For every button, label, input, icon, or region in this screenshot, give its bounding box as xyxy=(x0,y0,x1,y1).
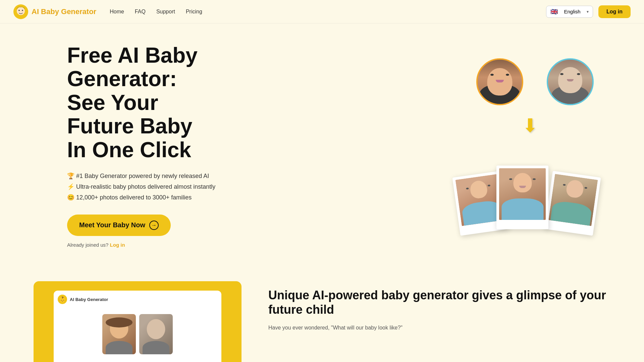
arrow-circle-icon: → xyxy=(149,221,159,230)
mom-face xyxy=(478,60,522,104)
flag-icon: 🇬🇧 xyxy=(550,8,558,15)
logo-link[interactable]: AI Baby Generator xyxy=(13,4,96,19)
login-hint: Already joined us? Log in xyxy=(67,242,215,248)
hero-illustration: ⬇ xyxy=(449,58,610,233)
navbar: AI Baby Generator Home FAQ Support Prici… xyxy=(0,0,644,23)
feature-3: 😊 12,000+ photos delivered to 3000+ fami… xyxy=(67,194,215,201)
bottom-right: Unique AI-powered baby generator gives a… xyxy=(268,281,610,332)
app-preview: 👶 AI Baby Generator xyxy=(34,281,241,362)
chevron-down-icon: ▾ xyxy=(587,9,589,14)
baby-photos xyxy=(449,132,610,233)
meet-baby-button[interactable]: Meet Your Baby Now → xyxy=(67,215,171,236)
hero-section: Free AI Baby Generator: See Your Future … xyxy=(0,23,644,268)
svg-point-2 xyxy=(18,10,20,11)
baby-photo-right xyxy=(545,171,601,236)
logo-icon xyxy=(13,4,28,19)
login-hint-text: Already joined us? xyxy=(67,242,108,248)
nav-pricing[interactable]: Pricing xyxy=(186,9,202,14)
logo-text: AI Baby Generator xyxy=(32,7,96,16)
app-preview-name: AI Baby Generator xyxy=(70,297,108,302)
svg-point-3 xyxy=(22,10,23,11)
bottom-description: Have you ever wondered, "What will our b… xyxy=(268,323,610,332)
feature-2: ⚡ Ultra-realistic baby photos delivered … xyxy=(67,183,215,190)
meet-baby-label: Meet Your Baby Now xyxy=(79,221,145,229)
faces-row xyxy=(58,307,217,361)
navbar-right: 🇬🇧 English ▾ Log in xyxy=(546,5,631,18)
lang-label: English xyxy=(564,9,580,14)
app-preview-inner: 👶 AI Baby Generator xyxy=(54,291,221,362)
hero-title: Free AI Baby Generator: See Your Future … xyxy=(67,44,215,162)
feature-1: 🏆 #1 Baby Generator powered by newly rel… xyxy=(67,172,215,180)
parent-mom-circle xyxy=(476,58,523,105)
baby-photo-center xyxy=(496,166,548,229)
nav-home[interactable]: Home xyxy=(110,9,124,14)
bottom-title: Unique AI-powered baby generator gives a… xyxy=(268,288,610,317)
nav-support[interactable]: Support xyxy=(156,9,175,14)
navbar-left: AI Baby Generator Home FAQ Support Prici… xyxy=(13,4,202,19)
preview-face-1 xyxy=(102,314,136,354)
app-preview-logo: 👶 xyxy=(58,295,67,304)
dad-face xyxy=(548,60,592,104)
preview-face-2 xyxy=(139,314,173,354)
parent-dad-circle xyxy=(547,58,594,105)
hero-features: 🏆 #1 Baby Generator powered by newly rel… xyxy=(67,172,215,201)
bottom-left: 👶 AI Baby Generator xyxy=(34,281,241,362)
language-selector[interactable]: 🇬🇧 English ▾ xyxy=(546,6,593,18)
hero-content: Free AI Baby Generator: See Your Future … xyxy=(67,44,215,248)
login-hint-link[interactable]: Log in xyxy=(110,242,125,248)
bottom-section: 👶 AI Baby Generator Unique AI-powered ba… xyxy=(0,268,644,362)
login-button[interactable]: Log in xyxy=(598,5,631,18)
app-preview-header: 👶 AI Baby Generator xyxy=(58,295,217,304)
nav-links: Home FAQ Support Pricing xyxy=(110,9,202,15)
nav-faq[interactable]: FAQ xyxy=(135,9,146,14)
